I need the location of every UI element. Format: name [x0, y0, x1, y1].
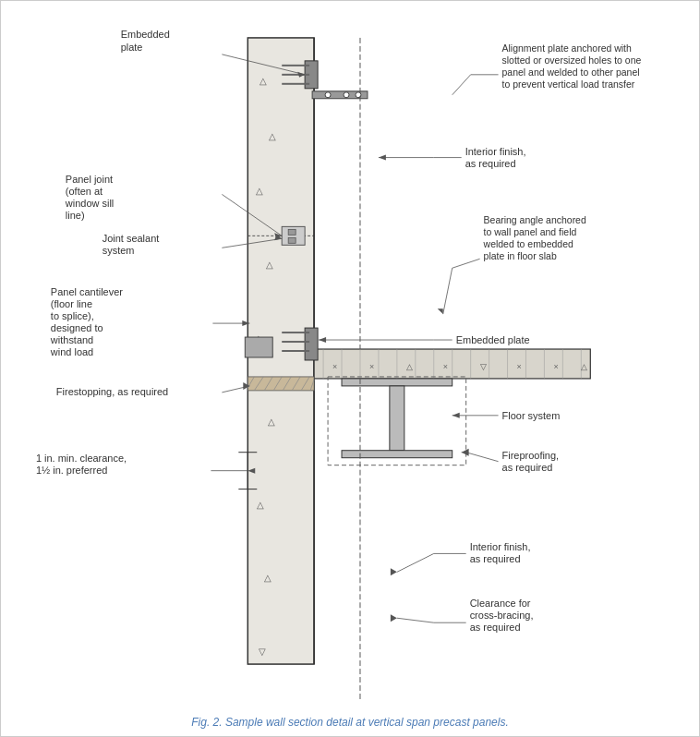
svg-text:×: ×: [517, 362, 522, 371]
label-joint-sealant: Joint sealant: [103, 233, 160, 244]
caption-text: Fig. 2. Sample wall section detail at ve…: [191, 716, 509, 729]
svg-text:system: system: [103, 245, 135, 256]
label-alignment-plate: Alignment plate anchored with: [502, 43, 632, 54]
svg-text:withstand: withstand: [50, 334, 93, 345]
svg-rect-52: [245, 337, 272, 357]
svg-rect-36: [342, 379, 453, 386]
label-panel-cantilever: Panel cantilever: [51, 286, 123, 297]
svg-text:plate: plate: [121, 42, 143, 53]
label-interior-finish-top: Interior finish,: [465, 146, 526, 157]
svg-text:(floor line: (floor line: [51, 298, 92, 309]
svg-text:as required: as required: [465, 158, 516, 169]
label-firestopping: Firestopping, as required: [56, 386, 168, 397]
svg-text:△: △: [257, 500, 264, 510]
svg-rect-37: [390, 386, 404, 451]
diagram-area: △ △ △ △ △ △ △ △ ▽: [10, 10, 690, 699]
svg-text:to prevent vertical load trans: to prevent vertical load transfer: [502, 79, 635, 90]
svg-text:△: △: [268, 417, 275, 427]
svg-text:1½ in. preferred: 1½ in. preferred: [36, 465, 107, 476]
label-clearance-bracing: Clearance for: [470, 598, 531, 609]
label-floor-system: Floor system: [502, 410, 561, 421]
label-embedded-plate-mid: Embedded plate: [456, 334, 530, 345]
svg-text:△: △: [259, 76, 267, 86]
technical-diagram: △ △ △ △ △ △ △ △ ▽: [10, 10, 690, 699]
svg-text:△: △: [269, 131, 276, 141]
svg-text:cross-bracing,: cross-bracing,: [470, 610, 534, 621]
svg-text:△: △: [406, 362, 413, 371]
svg-text:△: △: [266, 260, 273, 270]
svg-text:×: ×: [443, 362, 448, 371]
svg-text:△: △: [581, 362, 587, 371]
svg-point-49: [325, 92, 331, 98]
svg-text:slotted or oversized holes to : slotted or oversized holes to one: [502, 55, 642, 66]
svg-rect-38: [342, 451, 453, 458]
svg-text:(often at: (often at: [66, 186, 103, 197]
svg-text:×: ×: [369, 362, 374, 371]
svg-text:line): line): [66, 210, 85, 221]
svg-text:welded to embedded: welded to embedded: [483, 239, 573, 249]
svg-text:×: ×: [332, 362, 337, 371]
figure-caption: Fig. 2. Sample wall section detail at ve…: [1, 716, 699, 729]
svg-text:as required: as required: [470, 553, 521, 564]
svg-text:▽: ▽: [480, 362, 487, 371]
label-clearance: 1 in. min. clearance,: [36, 453, 127, 464]
svg-text:plate in floor slab: plate in floor slab: [484, 251, 557, 261]
svg-text:wind load: wind load: [50, 346, 93, 357]
svg-text:to wall panel and field: to wall panel and field: [484, 227, 577, 237]
label-bearing-angle: Bearing angle anchored: [484, 215, 586, 225]
svg-text:to splice),: to splice),: [51, 310, 94, 321]
label-fireproofing: Fireproofing,: [502, 450, 560, 461]
label-embedded-plate-top: Embedded: [121, 29, 170, 40]
label-panel-joint: Panel joint: [66, 175, 113, 186]
label-interior-finish-bot: Interior finish,: [470, 541, 531, 552]
svg-rect-43: [288, 237, 296, 243]
svg-text:as required: as required: [470, 622, 521, 633]
svg-point-50: [344, 92, 349, 98]
svg-text:as required: as required: [502, 462, 553, 473]
svg-text:designed to: designed to: [51, 322, 103, 333]
page-container: △ △ △ △ △ △ △ △ ▽: [0, 0, 700, 737]
svg-text:▽: ▽: [259, 646, 266, 657]
svg-text:△: △: [256, 186, 263, 196]
svg-text:window sill: window sill: [65, 198, 114, 209]
svg-rect-42: [288, 229, 296, 235]
svg-text:×: ×: [553, 362, 558, 371]
svg-text:panel and welded to other pane: panel and welded to other panel: [502, 67, 640, 78]
svg-text:△: △: [264, 573, 272, 583]
